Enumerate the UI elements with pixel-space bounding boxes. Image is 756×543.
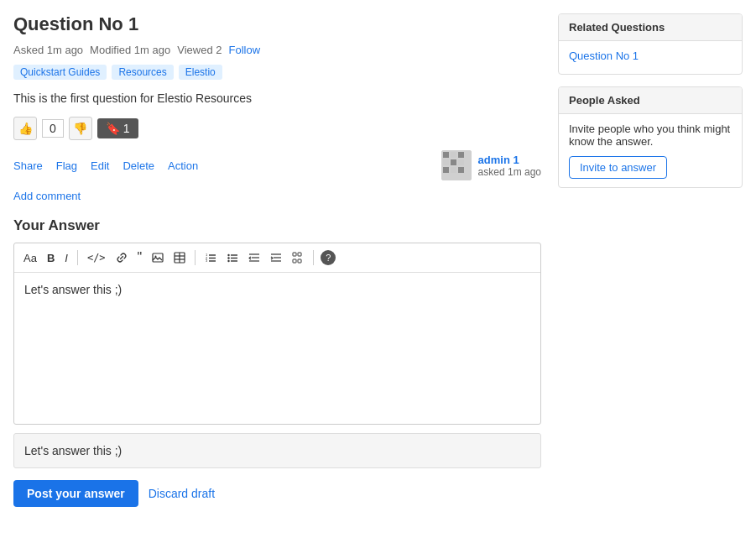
- svg-point-22: [228, 254, 230, 256]
- related-questions-box: Related Questions Question No 1: [558, 13, 743, 75]
- asked-time: Asked 1m ago: [13, 44, 83, 56]
- add-comment-button[interactable]: Add comment: [13, 190, 81, 202]
- tag-elestio[interactable]: Elestio: [179, 65, 222, 80]
- author-info: admin 1 asked 1m ago: [441, 150, 541, 180]
- svg-rect-36: [293, 259, 296, 263]
- svg-rect-8: [451, 167, 456, 173]
- svg-rect-1: [443, 152, 449, 158]
- vote-row: 👍 0 👎 🔖 1: [13, 117, 541, 140]
- people-asked-body: Invite people who you think might know t…: [559, 114, 742, 187]
- svg-rect-2: [451, 152, 456, 158]
- svg-rect-6: [458, 159, 464, 165]
- svg-rect-34: [293, 253, 296, 256]
- bookmark-button[interactable]: 🔖 1: [97, 118, 138, 138]
- modified-time: Modified 1m ago: [90, 44, 170, 56]
- toolbar-table[interactable]: [171, 250, 188, 265]
- toolbar-sep-3: [313, 250, 314, 265]
- author-name[interactable]: admin 1: [478, 154, 541, 166]
- related-questions-header: Related Questions: [559, 14, 742, 41]
- thumbdown-button[interactable]: 👎: [69, 117, 92, 140]
- tags-container: Quickstart Guides Resources Elestio: [13, 65, 541, 80]
- vote-count: 0: [42, 119, 64, 138]
- toolbar-quote[interactable]: ": [135, 248, 145, 267]
- action-button[interactable]: Action: [168, 159, 198, 172]
- svg-rect-7: [443, 167, 449, 173]
- toolbar-italic[interactable]: I: [62, 250, 70, 266]
- editor-body[interactable]: Let's answer this ;): [14, 273, 540, 424]
- toolbar-sep-1: [77, 250, 78, 265]
- viewed-count: Viewed 2: [177, 44, 222, 56]
- share-button[interactable]: Share: [13, 159, 43, 172]
- question-body: This is the first question for Elestio R…: [13, 91, 541, 105]
- toolbar-bold[interactable]: B: [44, 250, 57, 266]
- svg-rect-3: [458, 152, 464, 158]
- svg-rect-4: [443, 159, 449, 165]
- delete-button[interactable]: Delete: [123, 159, 154, 172]
- toolbar-indent-increase[interactable]: [268, 250, 284, 265]
- tag-resources[interactable]: Resources: [112, 65, 173, 80]
- invite-to-answer-button[interactable]: Invite to answer: [569, 156, 667, 179]
- post-answer-button[interactable]: Post your answer: [13, 480, 138, 507]
- discard-draft-button[interactable]: Discard draft: [149, 487, 215, 500]
- editor-content: Let's answer this ;): [24, 283, 122, 296]
- svg-rect-5: [451, 159, 456, 165]
- question-title: Question No 1: [13, 13, 541, 35]
- svg-rect-10: [153, 253, 163, 262]
- toolbar-ol[interactable]: 1 2 3: [202, 250, 219, 265]
- svg-point-24: [228, 260, 230, 262]
- question-meta: Asked 1m ago Modified 1m ago Viewed 2 Fo…: [13, 44, 541, 56]
- toolbar-help[interactable]: ?: [321, 250, 336, 265]
- people-asked-header: People Asked: [559, 87, 742, 114]
- svg-point-23: [228, 257, 230, 258]
- answer-preview: Let's answer this ;): [13, 433, 541, 468]
- people-asked-box: People Asked Invite people who you think…: [558, 86, 743, 188]
- edit-button[interactable]: Edit: [91, 159, 109, 172]
- toolbar-sep-2: [195, 250, 196, 265]
- bottom-buttons: Post your answer Discard draft: [13, 480, 541, 507]
- toolbar-ul[interactable]: [224, 250, 241, 265]
- svg-rect-37: [298, 259, 301, 263]
- flag-button[interactable]: Flag: [56, 159, 77, 172]
- author-asked: asked 1m ago: [478, 166, 541, 178]
- tag-quickstart[interactable]: Quickstart Guides: [13, 65, 107, 80]
- svg-text:3: 3: [206, 258, 208, 263]
- toolbar-font[interactable]: Aa: [21, 250, 39, 266]
- toolbar-code[interactable]: </>: [85, 250, 108, 265]
- editor-container: Aa B I </> ": [13, 243, 541, 425]
- related-question-1[interactable]: Question No 1: [569, 50, 732, 62]
- toolbar-indent-decrease[interactable]: [246, 250, 263, 265]
- svg-rect-35: [298, 253, 301, 256]
- related-questions-body: Question No 1: [559, 41, 742, 74]
- toolbar-link[interactable]: [113, 250, 130, 265]
- svg-rect-9: [458, 167, 464, 173]
- people-asked-text: Invite people who you think might know t…: [569, 123, 732, 148]
- avatar: [441, 150, 472, 180]
- sidebar: Related Questions Question No 1 People A…: [558, 13, 743, 507]
- your-answer-title: Your Answer: [13, 217, 541, 234]
- toolbar-image[interactable]: [149, 250, 166, 265]
- toolbar-hr[interactable]: [289, 250, 306, 265]
- editor-toolbar: Aa B I </> ": [14, 243, 540, 273]
- action-row: Share Flag Edit Delete Action: [13, 150, 541, 180]
- bookmark-count: 1: [123, 122, 130, 135]
- thumbup-button[interactable]: 👍: [13, 117, 37, 140]
- follow-button[interactable]: Follow: [228, 44, 260, 56]
- bookmark-icon: 🔖: [106, 122, 120, 135]
